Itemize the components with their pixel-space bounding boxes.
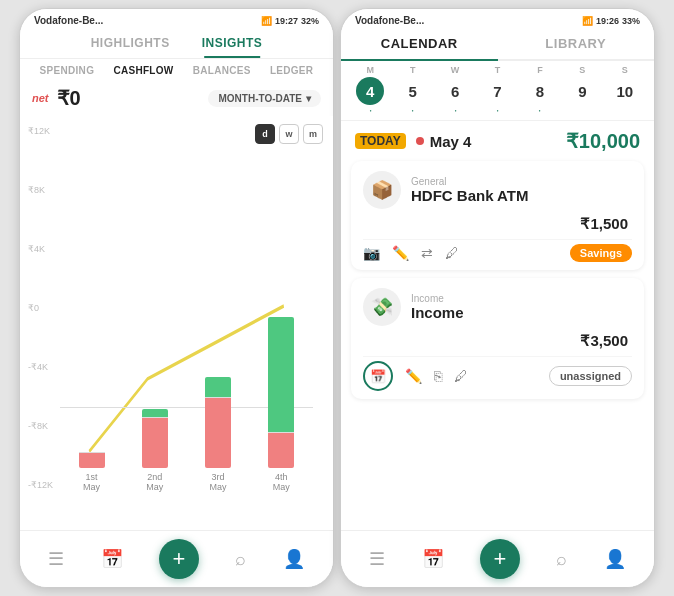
tab-calendar[interactable]: CALENDAR: [341, 28, 498, 59]
income-icon: 💸: [371, 296, 393, 318]
tab-insights[interactable]: INSIGHTS: [186, 28, 279, 58]
today-dot: [416, 137, 424, 145]
date-selector[interactable]: MONTH-TO-DATE ▾: [208, 90, 321, 107]
bar-negative-1: [79, 453, 105, 468]
carrier-right: Vodafone-Be...: [355, 15, 424, 26]
cal-letter-tue: T: [410, 65, 416, 75]
main-tabs-right: CALENDAR LIBRARY: [341, 28, 654, 61]
today-section: TODAY May 4 ₹10,000: [341, 120, 654, 157]
cal-col-wed[interactable]: W 6 ・: [434, 65, 476, 116]
txn-top-2: 💸 Income Income: [363, 288, 632, 326]
main-tabs-left: HIGHLIGHTS INSIGHTS: [20, 28, 333, 59]
sub-tab-ledger[interactable]: LEDGER: [270, 65, 313, 76]
tab-library[interactable]: LIBRARY: [498, 28, 655, 59]
nav-search-left[interactable]: ⌕: [235, 549, 246, 570]
pencil-icon-2[interactable]: 🖊: [454, 368, 468, 384]
add-button-left[interactable]: +: [159, 539, 199, 579]
savings-tag[interactable]: Savings: [570, 244, 632, 262]
nav-search-right[interactable]: ⌕: [556, 549, 567, 570]
chevron-down-icon: ▾: [306, 93, 311, 104]
bottom-nav-left: ☰ 📅 + ⌕ 👤: [20, 530, 333, 587]
x-label-4: 4thMay: [273, 472, 290, 492]
battery-left: 32%: [301, 16, 319, 26]
status-bar-right: Vodafone-Be... 📶 19:26 33%: [341, 9, 654, 28]
calendar-action-icon[interactable]: 📅: [363, 361, 393, 391]
sub-tab-cashflow[interactable]: CASHFLOW: [113, 65, 173, 76]
chart-area: d w m ₹12K ₹8K ₹4K ₹0 -₹4K -₹8K -₹12K: [20, 116, 333, 530]
edit-icon-2[interactable]: ✏️: [405, 368, 422, 384]
today-date: May 4: [430, 133, 472, 150]
cal-num-5[interactable]: 5: [399, 77, 427, 105]
nav-profile-right[interactable]: 👤: [604, 548, 626, 570]
camera-icon[interactable]: 📷: [363, 245, 380, 261]
nav-calendar-right[interactable]: 📅: [422, 548, 444, 570]
cal-num-8[interactable]: 8: [526, 77, 554, 105]
txn-amount-2: ₹3,500: [580, 332, 628, 350]
left-phone: Vodafone-Be... 📶 19:27 32% HIGHLIGHTS IN…: [19, 8, 334, 588]
nav-calendar-left[interactable]: 📅: [101, 548, 123, 570]
cal-num-4[interactable]: 4: [356, 77, 384, 105]
txn-icon-1: 📦: [363, 171, 401, 209]
cal-dot-7: ・: [493, 107, 502, 116]
txn-category-2: Income: [411, 293, 632, 304]
cal-letter-wed: W: [451, 65, 460, 75]
txn-amount-row-1: ₹1,500: [363, 215, 632, 233]
cal-col-sun[interactable]: S 10: [604, 65, 646, 116]
txn-amount-row-2: ₹3,500: [363, 332, 632, 350]
cal-num-6[interactable]: 6: [441, 77, 469, 105]
pencil-icon-1[interactable]: 🖊: [445, 245, 459, 261]
battery-right: 33%: [622, 16, 640, 26]
txn-title-2: Income: [411, 304, 632, 321]
cal-col-sat[interactable]: S 9: [561, 65, 603, 116]
time-left: 19:27: [275, 16, 298, 26]
status-bar-left: Vodafone-Be... 📶 19:27 32%: [20, 9, 333, 28]
x-label-2: 2ndMay: [146, 472, 163, 492]
cal-col-fri[interactable]: F 8 ・: [519, 65, 561, 116]
cal-num-10[interactable]: 10: [611, 77, 639, 105]
bar-positive-3: [205, 377, 231, 397]
cal-num-9[interactable]: 9: [568, 77, 596, 105]
tab-highlights[interactable]: HIGHLIGHTS: [75, 28, 186, 58]
cal-num-7[interactable]: 7: [483, 77, 511, 105]
txn-actions-1: 📷 ✏️ ⇄ 🖊 Savings: [363, 239, 632, 262]
today-badge: TODAY May 4: [355, 133, 471, 150]
sub-tab-spending[interactable]: SPENDING: [40, 65, 95, 76]
bar-4th-may: 4thMay: [268, 292, 294, 492]
copy-icon[interactable]: ⎘: [434, 368, 442, 384]
bar-negative-4: [268, 433, 294, 468]
nav-bar-chart-right[interactable]: ☰: [369, 548, 385, 570]
nav-bar-chart-left[interactable]: ☰: [48, 548, 64, 570]
cal-dot-4: ・: [366, 107, 375, 116]
right-phone: Vodafone-Be... 📶 19:26 33% CALENDAR LIBR…: [340, 8, 655, 588]
add-button-right[interactable]: +: [480, 539, 520, 579]
transaction-1: 📦 General HDFC Bank ATM ₹1,500 📷 ✏️ ⇄ 🖊 …: [351, 161, 644, 270]
sub-tabs: SPENDING CASHFLOW BALANCES LEDGER: [20, 59, 333, 82]
net-row: net ₹0 MONTH-TO-DATE ▾: [20, 82, 333, 116]
txn-amount-1: ₹1,500: [580, 215, 628, 233]
bar-negative-2: [142, 418, 168, 468]
txn-title-1: HDFC Bank ATM: [411, 187, 632, 204]
x-label-3: 3rdMay: [210, 472, 227, 492]
calendar-week: M 4 ・ T 5 ・ W 6 ・ T 7 ・ F 8 ・: [341, 61, 654, 120]
edit-icon-1[interactable]: ✏️: [392, 245, 409, 261]
time-right: 19:26: [596, 16, 619, 26]
cal-dot-5: ・: [408, 107, 417, 116]
nav-profile-left[interactable]: 👤: [283, 548, 305, 570]
plus-icon-right: +: [494, 546, 507, 572]
cal-letter-mon: M: [366, 65, 374, 75]
wifi-icon: 📶: [261, 16, 272, 26]
wifi-icon-right: 📶: [582, 16, 593, 26]
cal-col-tue[interactable]: T 5 ・: [391, 65, 433, 116]
bars-container: 1stMay 2ndMay: [60, 124, 313, 492]
bar-positive-4: [268, 317, 294, 432]
txn-info-2: Income Income: [411, 293, 632, 321]
unassigned-tag[interactable]: unassigned: [549, 366, 632, 386]
package-icon: 📦: [371, 179, 393, 201]
cal-dot-8: ・: [535, 107, 544, 116]
cal-col-thu[interactable]: T 7 ・: [476, 65, 518, 116]
cal-col-mon[interactable]: M 4 ・: [349, 65, 391, 116]
transfer-icon[interactable]: ⇄: [421, 245, 433, 261]
bar-positive-2: [142, 409, 168, 417]
sub-tab-balances[interactable]: BALANCES: [193, 65, 251, 76]
transactions-list: 📦 General HDFC Bank ATM ₹1,500 📷 ✏️ ⇄ 🖊 …: [341, 157, 654, 530]
